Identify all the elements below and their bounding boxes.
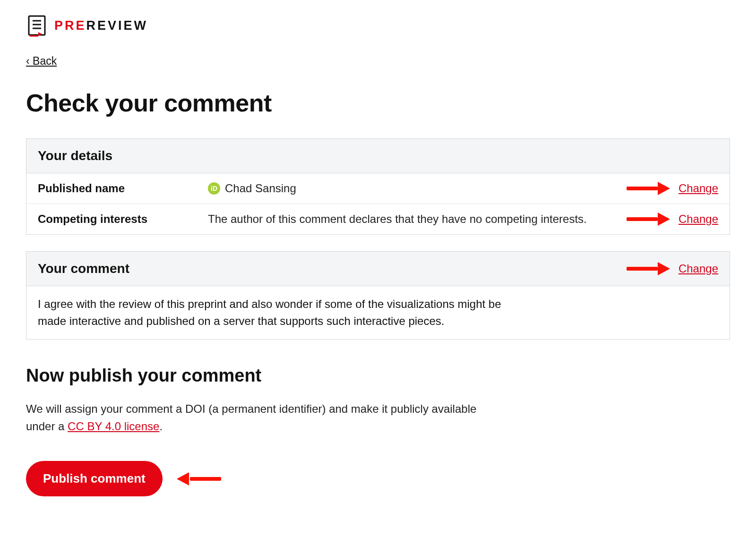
svg-rect-0	[29, 16, 45, 35]
cc-license-link[interactable]: CC BY 4.0 license	[68, 420, 159, 433]
page-title: Check your comment	[26, 89, 730, 117]
orcid-icon: iD	[208, 182, 220, 195]
annotation-arrow-icon	[627, 182, 670, 195]
publish-description: We will assign your comment a DOI (a per…	[26, 400, 489, 435]
comment-body: I agree with the review of this preprint…	[26, 286, 537, 339]
published-name-key: Published name	[38, 182, 208, 195]
annotation-arrow-icon	[177, 472, 220, 485]
change-competing-interests-link[interactable]: Change	[679, 213, 718, 226]
logo-pre: PRE	[54, 18, 86, 33]
your-details-header: Your details	[26, 139, 730, 173]
logo-text: PREREVIEW	[54, 18, 148, 33]
competing-interests-value: The author of this comment declares that…	[208, 213, 627, 226]
logo[interactable]: PREREVIEW	[26, 14, 730, 37]
back-link[interactable]: ‹ Back	[26, 55, 57, 68]
publish-heading: Now publish your comment	[26, 366, 730, 386]
change-published-name-link[interactable]: Change	[679, 182, 718, 195]
your-comment-title: Your comment	[38, 261, 129, 276]
logo-review: REVIEW	[86, 18, 148, 33]
your-details-title: Your details	[38, 148, 112, 163]
publish-comment-button[interactable]: Publish comment	[26, 461, 163, 496]
publish-desc-post: .	[159, 420, 163, 433]
logo-mark-icon	[26, 14, 49, 37]
your-comment-card: Your comment Change I agree with the rev…	[26, 251, 730, 340]
published-name-text: Chad Sansing	[225, 182, 296, 195]
competing-interests-text: The author of this comment declares that…	[208, 213, 587, 226]
your-details-card: Your details Published name iD Chad Sans…	[26, 138, 730, 235]
published-name-value: iD Chad Sansing	[208, 182, 627, 195]
annotation-arrow-icon	[627, 213, 670, 226]
competing-interests-key: Competing interests	[38, 213, 208, 226]
published-name-row: Published name iD Chad Sansing Change	[26, 173, 730, 204]
annotation-arrow-icon	[627, 262, 670, 275]
your-comment-header: Your comment Change	[26, 252, 730, 286]
competing-interests-row: Competing interests The author of this c…	[26, 204, 730, 234]
change-comment-link[interactable]: Change	[679, 262, 718, 275]
